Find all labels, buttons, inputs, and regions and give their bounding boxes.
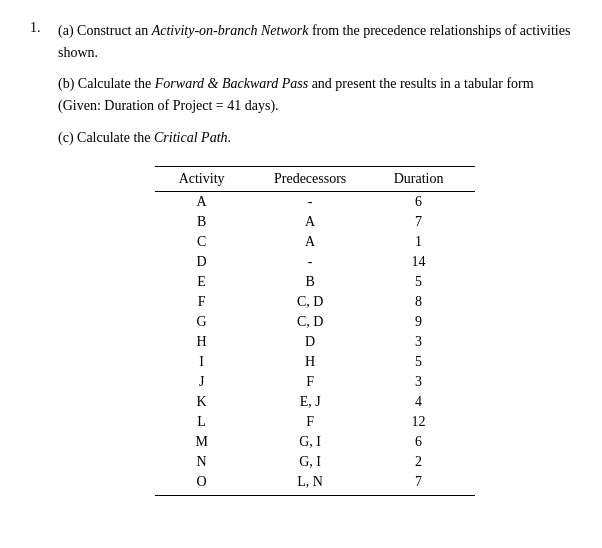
part-c: (c) Calculate the Critical Path. xyxy=(58,127,572,149)
cell-predecessor: G, I xyxy=(258,452,382,472)
cell-duration: 7 xyxy=(382,472,475,496)
cell-predecessor: - xyxy=(258,252,382,272)
cell-activity: E xyxy=(155,272,258,292)
table-row: D-14 xyxy=(155,252,475,272)
part-a: (a) Construct an Activity-on-branch Netw… xyxy=(58,20,572,63)
table-row: LF12 xyxy=(155,412,475,432)
activity-table: Activity Predecessors Duration A-6BA7CA1… xyxy=(155,166,475,496)
cell-duration: 12 xyxy=(382,412,475,432)
cell-predecessor: C, D xyxy=(258,292,382,312)
cell-predecessor: A xyxy=(258,232,382,252)
cell-activity: H xyxy=(155,332,258,352)
cell-activity: M xyxy=(155,432,258,452)
table-header: Activity Predecessors Duration xyxy=(155,167,475,192)
cell-predecessor: B xyxy=(258,272,382,292)
part-c-label: (c) xyxy=(58,130,77,145)
cell-predecessor: A xyxy=(258,212,382,232)
part-c-italic: Critical Path xyxy=(154,130,228,145)
cell-duration: 2 xyxy=(382,452,475,472)
part-a-italic: Activity-on-branch Network xyxy=(152,23,309,38)
cell-duration: 6 xyxy=(382,432,475,452)
cell-duration: 1 xyxy=(382,232,475,252)
table-row: OL, N7 xyxy=(155,472,475,496)
cell-activity: C xyxy=(155,232,258,252)
cell-activity: L xyxy=(155,412,258,432)
cell-duration: 5 xyxy=(382,352,475,372)
question-content: (a) Construct an Activity-on-branch Netw… xyxy=(58,20,572,496)
cell-duration: 5 xyxy=(382,272,475,292)
cell-activity: B xyxy=(155,212,258,232)
cell-predecessor: G, I xyxy=(258,432,382,452)
cell-duration: 3 xyxy=(382,372,475,392)
table-row: MG, I6 xyxy=(155,432,475,452)
cell-activity: O xyxy=(155,472,258,496)
cell-predecessor: E, J xyxy=(258,392,382,412)
cell-activity: N xyxy=(155,452,258,472)
part-b: (b) Calculate the Forward & Backward Pas… xyxy=(58,73,572,116)
table-row: GC, D9 xyxy=(155,312,475,332)
cell-duration: 3 xyxy=(382,332,475,352)
cell-duration: 14 xyxy=(382,252,475,272)
cell-activity: G xyxy=(155,312,258,332)
table-body: A-6BA7CA1D-14EB5FC, D8GC, D9HD3IH5JF3KE,… xyxy=(155,192,475,496)
cell-predecessor: L, N xyxy=(258,472,382,496)
header-duration: Duration xyxy=(382,167,475,192)
cell-predecessor: F xyxy=(258,412,382,432)
table-row: CA1 xyxy=(155,232,475,252)
table-row: FC, D8 xyxy=(155,292,475,312)
part-b-text: (b) Calculate the Forward & Backward Pas… xyxy=(58,73,572,116)
cell-predecessor: H xyxy=(258,352,382,372)
header-activity: Activity xyxy=(155,167,258,192)
question-number: 1. xyxy=(30,20,50,496)
table-row: A-6 xyxy=(155,192,475,213)
table-row: JF3 xyxy=(155,372,475,392)
table-container: Activity Predecessors Duration A-6BA7CA1… xyxy=(58,166,572,496)
table-row: NG, I2 xyxy=(155,452,475,472)
cell-activity: A xyxy=(155,192,258,213)
cell-predecessor: D xyxy=(258,332,382,352)
cell-activity: F xyxy=(155,292,258,312)
header-row: Activity Predecessors Duration xyxy=(155,167,475,192)
cell-predecessor: - xyxy=(258,192,382,213)
cell-duration: 7 xyxy=(382,212,475,232)
header-predecessors: Predecessors xyxy=(258,167,382,192)
cell-duration: 8 xyxy=(382,292,475,312)
table-row: HD3 xyxy=(155,332,475,352)
part-b-label: (b) xyxy=(58,76,78,91)
cell-activity: D xyxy=(155,252,258,272)
table-row: BA7 xyxy=(155,212,475,232)
cell-activity: J xyxy=(155,372,258,392)
cell-predecessor: C, D xyxy=(258,312,382,332)
part-a-text: (a) Construct an Activity-on-branch Netw… xyxy=(58,20,572,63)
cell-activity: I xyxy=(155,352,258,372)
part-b-italic: Forward & Backward Pass xyxy=(155,76,308,91)
part-c-text: (c) Calculate the Critical Path. xyxy=(58,127,572,149)
table-row: IH5 xyxy=(155,352,475,372)
cell-duration: 6 xyxy=(382,192,475,213)
cell-duration: 4 xyxy=(382,392,475,412)
cell-duration: 9 xyxy=(382,312,475,332)
part-a-label: (a) xyxy=(58,23,77,38)
cell-predecessor: F xyxy=(258,372,382,392)
table-row: EB5 xyxy=(155,272,475,292)
question-block: 1. (a) Construct an Activity-on-branch N… xyxy=(30,20,572,496)
cell-activity: K xyxy=(155,392,258,412)
table-row: KE, J4 xyxy=(155,392,475,412)
